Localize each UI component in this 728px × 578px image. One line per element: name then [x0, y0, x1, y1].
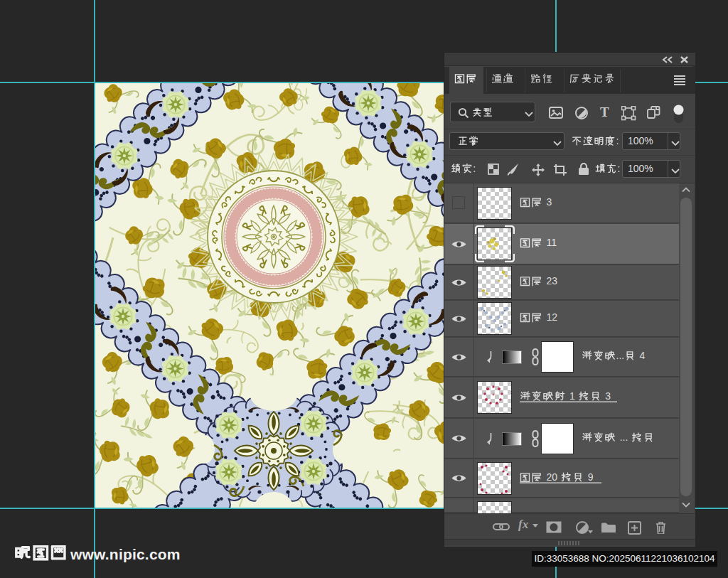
- svg-text:4: 4: [640, 350, 646, 361]
- svg-text::: :: [617, 163, 620, 174]
- svg-text:12: 12: [547, 311, 558, 323]
- svg-text::: :: [616, 135, 619, 146]
- svg-text:...: ...: [616, 350, 625, 361]
- svg-text:1: 1: [569, 390, 575, 402]
- svg-text:9: 9: [588, 471, 594, 483]
- svg-text:11: 11: [547, 237, 557, 248]
- svg-text:3: 3: [547, 196, 552, 208]
- svg-text:20: 20: [547, 471, 558, 483]
- svg-text::: :: [473, 163, 476, 174]
- svg-text:...: ...: [620, 432, 628, 443]
- svg-text:3: 3: [605, 390, 611, 402]
- svg-text:23: 23: [547, 275, 558, 287]
